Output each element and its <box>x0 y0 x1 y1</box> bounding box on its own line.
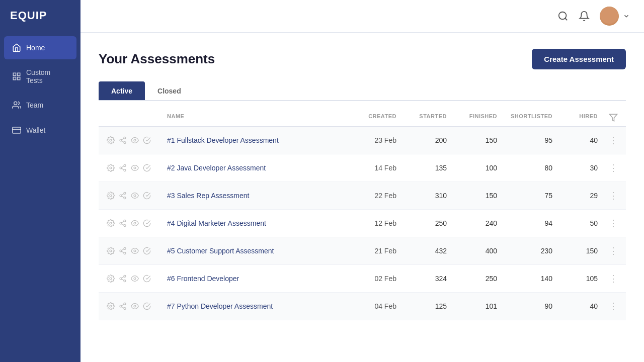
svg-rect-0 <box>13 73 16 75</box>
settings-icon[interactable] <box>107 302 115 310</box>
page-title: Your Assessments <box>99 51 215 67</box>
view-icon[interactable] <box>131 302 139 310</box>
svg-point-30 <box>134 195 136 197</box>
share-icon[interactable] <box>119 164 127 172</box>
check-icon[interactable] <box>143 164 151 172</box>
svg-line-22 <box>122 166 124 167</box>
more-options-button[interactable]: ⋮ <box>609 245 618 256</box>
assessment-name[interactable]: #1 Fullstack Developer Assessment <box>167 136 336 144</box>
check-icon[interactable] <box>143 219 151 227</box>
check-icon[interactable] <box>143 136 151 144</box>
finished-count: 101 <box>447 302 497 310</box>
svg-line-42 <box>122 251 124 253</box>
svg-point-40 <box>120 250 122 252</box>
check-icon[interactable] <box>143 192 151 200</box>
settings-icon[interactable] <box>107 192 115 200</box>
col-header-started: STARTED <box>396 113 447 122</box>
view-icon[interactable] <box>131 136 139 144</box>
share-icon[interactable] <box>119 219 127 227</box>
hired-count: 40 <box>552 136 598 144</box>
svg-rect-1 <box>18 73 20 75</box>
svg-point-12 <box>120 139 122 141</box>
more-options-button[interactable]: ⋮ <box>609 190 618 201</box>
sidebar-item-team[interactable]: Team <box>4 94 76 117</box>
settings-icon[interactable] <box>107 219 115 227</box>
share-icon[interactable] <box>119 192 127 200</box>
svg-line-50 <box>122 277 124 278</box>
share-icon[interactable] <box>119 136 127 144</box>
svg-point-13 <box>124 142 126 144</box>
started-count: 200 <box>396 136 447 144</box>
svg-line-28 <box>122 196 124 198</box>
hired-count: 29 <box>552 192 598 200</box>
shortlisted-count: 95 <box>497 136 552 144</box>
more-options-button[interactable]: ⋮ <box>609 135 618 146</box>
settings-icon[interactable] <box>107 275 115 283</box>
more-options-button[interactable]: ⋮ <box>609 301 618 312</box>
view-icon[interactable] <box>131 164 139 172</box>
search-icon[interactable] <box>557 11 569 22</box>
user-avatar-wrapper[interactable] <box>600 7 630 26</box>
finished-count: 150 <box>447 136 497 144</box>
notification-icon[interactable] <box>579 11 590 22</box>
share-icon[interactable] <box>119 247 127 255</box>
sidebar-item-custom-tests[interactable]: Custom Tests <box>4 61 76 92</box>
svg-point-47 <box>120 278 122 280</box>
assessment-name[interactable]: #7 Python Developer Assessment <box>167 302 336 310</box>
tab-active[interactable]: Active <box>99 81 145 100</box>
check-icon[interactable] <box>143 302 151 310</box>
created-date: 02 Feb <box>336 275 396 283</box>
tab-closed[interactable]: Closed <box>145 81 194 100</box>
more-options-button[interactable]: ⋮ <box>609 218 618 229</box>
assessment-name[interactable]: #5 Customer Support Assessment <box>167 247 336 255</box>
sidebar-item-wallet-label: Wallet <box>26 126 45 134</box>
svg-point-11 <box>124 137 126 139</box>
assessment-tabs: Active Closed <box>99 81 626 101</box>
svg-point-10 <box>110 139 112 141</box>
assessment-name[interactable]: #4 Digital Marketer Assessment <box>167 219 336 227</box>
home-icon <box>12 43 21 52</box>
share-icon[interactable] <box>119 302 127 310</box>
svg-line-29 <box>122 194 124 195</box>
avatar <box>600 7 619 26</box>
col-header-hired: HIRED <box>552 113 598 122</box>
view-icon[interactable] <box>131 192 139 200</box>
table-row: #6 Frontend Developer 02 Feb 324 250 140… <box>99 265 626 293</box>
create-assessment-button[interactable]: Create Assessment <box>532 49 626 69</box>
content-header: Your Assessments Create Assessment <box>99 49 626 69</box>
svg-point-26 <box>120 195 122 197</box>
sidebar-item-wallet[interactable]: Wallet <box>4 119 76 142</box>
table-row: #5 Customer Support Assessment 21 Feb 43… <box>99 237 626 265</box>
assessment-name[interactable]: #2 Java Developer Assessment <box>167 164 336 172</box>
check-icon[interactable] <box>143 275 151 283</box>
check-icon[interactable] <box>143 247 151 255</box>
main-content: Your Assessments Create Assessment Activ… <box>80 33 644 362</box>
created-date: 14 Feb <box>336 164 396 172</box>
table-row: #3 Sales Rep Assessment 22 Feb 310 150 7… <box>99 182 626 210</box>
svg-point-18 <box>124 164 126 166</box>
svg-point-33 <box>120 222 122 224</box>
share-icon[interactable] <box>119 275 127 283</box>
settings-icon[interactable] <box>107 136 115 144</box>
col-header-created: CREATED <box>336 113 396 122</box>
more-options-button[interactable]: ⋮ <box>609 273 618 284</box>
more-options-button[interactable]: ⋮ <box>609 162 618 173</box>
view-icon[interactable] <box>131 247 139 255</box>
sidebar-item-home[interactable]: Home <box>4 36 76 59</box>
svg-point-48 <box>124 280 126 282</box>
filter-icon[interactable] <box>598 113 618 122</box>
shortlisted-count: 90 <box>497 302 552 310</box>
view-icon[interactable] <box>131 219 139 227</box>
settings-icon[interactable] <box>107 247 115 255</box>
svg-line-15 <box>122 138 124 140</box>
assessment-name[interactable]: #6 Frontend Developer <box>167 275 336 283</box>
view-icon[interactable] <box>131 275 139 283</box>
settings-icon[interactable] <box>107 164 115 172</box>
started-count: 310 <box>396 192 447 200</box>
svg-point-19 <box>120 167 122 169</box>
svg-point-27 <box>124 197 126 199</box>
shortlisted-count: 75 <box>497 192 552 200</box>
table-body: #1 Fullstack Developer Assessment 23 Feb… <box>99 127 626 320</box>
svg-point-24 <box>110 195 112 197</box>
assessment-name[interactable]: #3 Sales Rep Assessment <box>167 192 336 200</box>
